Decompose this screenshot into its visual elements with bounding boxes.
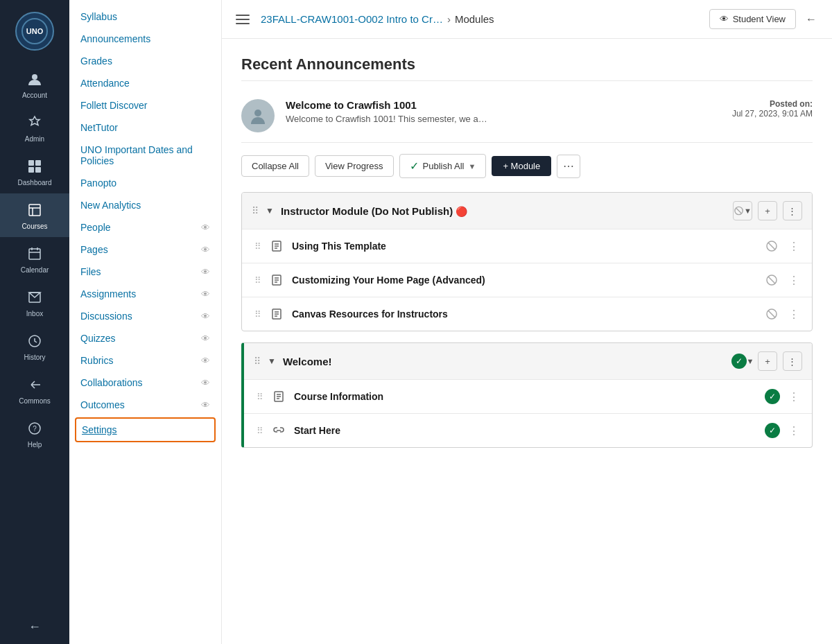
view-progress-button[interactable]: View Progress xyxy=(315,155,394,177)
item-more-button[interactable]: ⋮ xyxy=(786,422,802,439)
module-expand-icon[interactable]: ▼ xyxy=(268,356,276,366)
item-drag-handle-icon[interactable]: ⠿ xyxy=(254,275,261,286)
announcement-date: Posted on: Jul 27, 2023, 9:01 AM xyxy=(732,99,813,119)
item-actions-course-info: ✓ ⋮ xyxy=(765,388,802,405)
module-drag-handle-icon[interactable]: ⠿ xyxy=(252,205,259,216)
course-nav-follett[interactable]: Follett Discover xyxy=(69,94,221,116)
item-ban-button[interactable] xyxy=(763,306,780,322)
sidebar-item-calendar[interactable]: Calendar xyxy=(0,237,69,281)
student-view-button[interactable]: 👁 Student View xyxy=(709,9,796,29)
assignments-eye-icon: 👁 xyxy=(201,289,210,299)
breadcrumb-course[interactable]: 23FALL-CRAW1001-O002 Intro to Cr… xyxy=(261,13,443,25)
module-add-item-button[interactable]: + xyxy=(758,201,777,220)
module-unpublish-button[interactable]: ▼ xyxy=(733,201,752,220)
course-nav-grades[interactable]: Grades xyxy=(69,50,221,72)
module-drag-handle-icon[interactable]: ⠿ xyxy=(254,356,261,367)
module-item-customizing-home: ⠿ Customizing Your Home Page (Advanced) … xyxy=(242,263,812,297)
item-published-icon: ✓ xyxy=(765,389,780,404)
module-more-button[interactable]: ⋮ xyxy=(783,201,802,220)
course-nav-uno-dates[interactable]: UNO Important Dates and Policies xyxy=(69,139,221,172)
dashboard-icon xyxy=(25,157,44,176)
course-nav-attendance[interactable]: Attendance xyxy=(69,72,221,94)
module-instructor-actions: ▼ + ⋮ xyxy=(733,201,802,220)
nav-collapse-button[interactable]: ← xyxy=(0,610,69,644)
publish-dropdown-arrow-icon: ▼ xyxy=(469,162,476,171)
sidebar-item-account[interactable]: Account xyxy=(0,62,69,106)
svg-line-32 xyxy=(768,277,775,284)
svg-rect-6 xyxy=(35,167,41,173)
courses-icon xyxy=(25,200,44,220)
module-expand-icon[interactable]: ▼ xyxy=(266,206,274,216)
sidebar-item-history[interactable]: History xyxy=(0,324,69,368)
module-more-button[interactable]: ⋮ xyxy=(783,351,802,371)
admin-icon xyxy=(25,113,44,132)
course-nav-settings[interactable]: Settings xyxy=(75,417,216,442)
item-drag-handle-icon[interactable]: ⠿ xyxy=(254,241,261,252)
course-nav-outcomes[interactable]: Outcomes 👁 xyxy=(69,394,221,416)
course-nav-assignments[interactable]: Assignments 👁 xyxy=(69,283,221,305)
sidebar-item-label-dashboard: Dashboard xyxy=(18,179,52,186)
announcement-title[interactable]: Welcome to Crawfish 1001 xyxy=(286,99,721,111)
item-ban-button[interactable] xyxy=(763,272,780,288)
logo: UNO xyxy=(0,0,69,62)
more-options-button[interactable]: ⋯ xyxy=(557,155,580,178)
item-customizing-home-name[interactable]: Customizing Your Home Page (Advanced) xyxy=(292,275,756,286)
course-nav-syllabus[interactable]: Syllabus xyxy=(69,6,221,28)
sidebar-item-inbox[interactable]: Inbox xyxy=(0,281,69,324)
item-page-icon xyxy=(270,388,287,405)
hamburger-button[interactable] xyxy=(233,12,252,27)
module-add-icon: + xyxy=(765,356,770,367)
item-more-button[interactable]: ⋮ xyxy=(786,238,802,254)
collapse-nav-button[interactable]: ← xyxy=(801,9,821,30)
item-dots-icon: ⋮ xyxy=(788,240,799,253)
course-nav-rubrics[interactable]: Rubrics 👁 xyxy=(69,349,221,372)
course-nav-collaborations[interactable]: Collaborations 👁 xyxy=(69,372,221,394)
module-dots-icon: ⋮ xyxy=(788,206,797,216)
item-course-info-name[interactable]: Course Information xyxy=(294,391,758,402)
item-using-template-name[interactable]: Using This Template xyxy=(292,241,756,252)
sidebar-item-label-admin: Admin xyxy=(25,135,44,143)
course-nav-quizzes[interactable]: Quizzes 👁 xyxy=(69,327,221,349)
item-drag-handle-icon[interactable]: ⠿ xyxy=(257,392,263,402)
calendar-icon xyxy=(25,244,44,263)
svg-rect-7 xyxy=(29,204,40,216)
svg-text:UNO: UNO xyxy=(26,27,44,35)
more-options-icon: ⋯ xyxy=(563,159,574,173)
item-start-here-name[interactable]: Start Here xyxy=(294,425,758,436)
sidebar-item-label-history: History xyxy=(24,354,45,361)
course-nav-new-analytics[interactable]: New Analytics xyxy=(69,194,221,216)
course-nav-discussions[interactable]: Discussions 👁 xyxy=(69,305,221,327)
course-nav-nettutor[interactable]: NetTutor xyxy=(69,116,221,139)
announcement-item: Welcome to Crawfish 1001 Welcome to Craw… xyxy=(241,89,813,143)
publish-all-button[interactable]: ✓ Publish All ▼ xyxy=(399,154,487,178)
uno-logo-icon: UNO xyxy=(21,17,49,45)
course-nav-people[interactable]: People 👁 xyxy=(69,216,221,238)
collapse-all-button[interactable]: Collapse All xyxy=(241,155,309,177)
item-drag-handle-icon[interactable]: ⠿ xyxy=(254,309,261,320)
sidebar-item-dashboard[interactable]: Dashboard xyxy=(0,150,69,193)
item-canvas-resources-name[interactable]: Canvas Resources for Instructors xyxy=(292,308,756,320)
sidebar-item-help[interactable]: ? Help xyxy=(0,412,69,455)
item-drag-handle-icon[interactable]: ⠿ xyxy=(257,426,263,436)
add-module-button[interactable]: + Module xyxy=(492,156,551,176)
module-add-item-button[interactable]: + xyxy=(758,351,777,371)
sidebar-item-commons[interactable]: Commons xyxy=(0,368,69,412)
item-more-button[interactable]: ⋮ xyxy=(786,272,802,288)
module-welcome-header: ⠿ ▼ Welcome! ✓ ▼ + ⋮ xyxy=(244,343,812,379)
module-published-button[interactable]: ✓ ▼ xyxy=(733,351,752,371)
pages-eye-icon: 👁 xyxy=(201,245,210,255)
sidebar-item-courses[interactable]: Courses xyxy=(0,193,69,237)
item-dots-icon: ⋮ xyxy=(788,274,799,287)
student-view-label: Student View xyxy=(733,14,786,24)
sidebar-item-label-courses: Courses xyxy=(21,223,47,230)
course-nav-panopto[interactable]: Panopto xyxy=(69,172,221,194)
item-more-button[interactable]: ⋮ xyxy=(786,388,802,405)
announcement-body: Welcome to Crawfish 1001 Welcome to Craw… xyxy=(286,99,721,124)
sidebar-item-admin[interactable]: Admin xyxy=(0,106,69,150)
course-nav-pages[interactable]: Pages 👁 xyxy=(69,238,221,261)
course-nav-files[interactable]: Files 👁 xyxy=(69,261,221,283)
course-nav-announcements[interactable]: Announcements xyxy=(69,28,221,50)
item-ban-button[interactable] xyxy=(763,238,780,254)
sidebar-item-label-help: Help xyxy=(28,441,42,449)
item-more-button[interactable]: ⋮ xyxy=(786,306,802,322)
